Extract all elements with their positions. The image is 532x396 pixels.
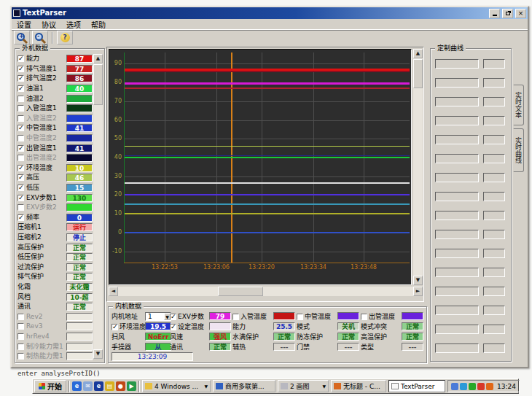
curve-value-button[interactable] (483, 173, 505, 182)
curve-name-button[interactable] (435, 97, 479, 106)
curve-name-button[interactable] (435, 59, 479, 69)
scrollbar-thumb[interactable] (413, 59, 423, 88)
minimize-button[interactable] (489, 9, 500, 18)
curve-name-button[interactable] (435, 249, 479, 258)
scroll-up-icon[interactable]: ▲ (413, 49, 423, 58)
scrollbar-thumb[interactable] (218, 287, 263, 296)
curve-name-button[interactable] (435, 135, 479, 144)
taskbar-button-1[interactable]: 4 Windows ...▼ (142, 380, 211, 392)
indoor-address-dropdown[interactable]: 1▼ (145, 312, 171, 321)
checkbox[interactable] (17, 115, 24, 122)
checkbox[interactable] (361, 314, 367, 320)
curve-name-button[interactable] (435, 230, 479, 239)
curve-name-button[interactable] (435, 287, 479, 296)
curve-value-button[interactable] (483, 249, 505, 258)
curve-value-button[interactable] (483, 268, 505, 277)
taskbar-button-3[interactable]: 2 画图▼ (278, 380, 329, 392)
scroll-left-icon[interactable]: ◄ (109, 287, 118, 296)
curve-name-button[interactable] (435, 325, 479, 334)
checkbox[interactable]: ✓ (17, 125, 24, 131)
checkbox[interactable] (17, 314, 24, 320)
checkbox[interactable]: ✓ (17, 55, 24, 62)
checkbox[interactable]: ✓ (17, 75, 24, 82)
curve-name-button[interactable] (435, 78, 479, 88)
curve-value-button[interactable] (483, 154, 505, 163)
security-icon[interactable]: ● (116, 381, 125, 391)
checkbox[interactable]: ✓ (17, 145, 24, 152)
zoom-out-button[interactable]: - (32, 31, 48, 44)
checkbox[interactable] (17, 323, 24, 330)
curve-value-button[interactable] (483, 59, 505, 69)
restore-button[interactable] (502, 9, 513, 18)
checkbox[interactable]: ✓ (112, 324, 118, 330)
taskbar-button-5[interactable]: TextParser (388, 380, 445, 392)
trend-chart[interactable]: 9080706050403020100-1013:22:5313:23:0613… (109, 49, 412, 285)
curve-name-button[interactable] (435, 116, 479, 125)
curve-value-button[interactable] (483, 287, 505, 296)
checkbox[interactable]: ✓ (17, 66, 24, 72)
curve-name-button[interactable] (435, 343, 479, 353)
explorer-icon[interactable]: e (94, 381, 103, 391)
checkbox[interactable] (17, 155, 24, 161)
side-tab-2[interactable]: 实时曲线 (513, 128, 524, 172)
checkbox[interactable]: ✓ (170, 314, 176, 320)
help-button[interactable]: ? (57, 31, 73, 44)
menu-item-1[interactable]: 设置 (17, 19, 31, 30)
curve-name-button[interactable] (435, 211, 479, 220)
menu-item-2[interactable]: 协议 (42, 19, 56, 30)
menu-item-4[interactable]: 帮助 (91, 19, 106, 30)
scroll-up-icon[interactable]: ▲ (93, 54, 103, 63)
tray-icon-2[interactable] (460, 383, 467, 390)
tray-icon-1[interactable] (451, 383, 458, 390)
scroll-right-icon[interactable]: ► (413, 287, 423, 296)
curve-name-button[interactable] (435, 154, 479, 163)
checkbox[interactable]: ✓ (17, 185, 24, 191)
browser-icon[interactable]: e (72, 381, 82, 391)
scrollbar-thumb[interactable] (93, 64, 103, 105)
checkbox[interactable] (232, 314, 239, 320)
curve-value-button[interactable] (483, 135, 505, 144)
checkbox[interactable] (17, 353, 24, 360)
checkbox[interactable] (17, 135, 24, 141)
chevron-down-icon[interactable]: ▼ (204, 384, 208, 389)
tray-icon-5[interactable] (486, 383, 493, 390)
chart-horizontal-scrollbar[interactable]: ◄ ► (109, 287, 423, 296)
curve-value-button[interactable] (483, 192, 505, 201)
menu-item-3[interactable]: 选项 (66, 19, 81, 30)
chevron-down-icon[interactable]: ▼ (322, 384, 326, 389)
checkbox[interactable] (17, 105, 24, 112)
scroll-down-icon[interactable]: ▼ (93, 349, 103, 359)
checkbox[interactable]: ✓ (17, 174, 24, 181)
outdoor-scrollbar[interactable]: ▲ ▼ (93, 54, 103, 359)
curve-value-button[interactable] (483, 97, 505, 106)
checkbox[interactable] (17, 96, 24, 102)
tray-icon-3[interactable] (469, 383, 476, 390)
curve-value-button[interactable] (483, 78, 505, 88)
checkbox[interactable]: ✓ (17, 85, 24, 92)
checkbox[interactable]: ✓ (17, 214, 24, 221)
mail-icon[interactable]: ✉ (83, 381, 93, 391)
curve-value-button[interactable] (483, 325, 505, 334)
close-button[interactable]: × (515, 9, 526, 18)
chart-vertical-scrollbar[interactable]: ▲ ▼ (413, 49, 423, 285)
checkbox[interactable]: ✓ (170, 324, 176, 330)
notes-icon[interactable]: ▤ (105, 381, 114, 391)
curve-value-button[interactable] (483, 306, 505, 315)
checkbox[interactable]: ✓ (17, 195, 24, 201)
checkbox[interactable] (17, 343, 24, 350)
taskbar-button-2[interactable]: 商用多联第... (213, 380, 275, 392)
curve-value-button[interactable] (483, 211, 505, 220)
curve-value-button[interactable] (483, 230, 505, 239)
tray-icon-4[interactable] (477, 383, 485, 390)
curve-name-button[interactable] (435, 173, 479, 182)
curve-name-button[interactable] (435, 306, 479, 315)
curve-value-button[interactable] (483, 116, 505, 125)
checkbox[interactable] (17, 204, 24, 211)
start-button[interactable]: 开始 (34, 380, 66, 392)
curve-value-button[interactable] (483, 343, 505, 353)
curve-name-button[interactable] (435, 192, 479, 201)
taskbar-button-4[interactable]: 无标题 - C... (331, 380, 386, 392)
checkbox[interactable] (17, 333, 24, 340)
zoom-in-button[interactable]: + (14, 31, 30, 44)
curve-name-button[interactable] (435, 268, 479, 277)
